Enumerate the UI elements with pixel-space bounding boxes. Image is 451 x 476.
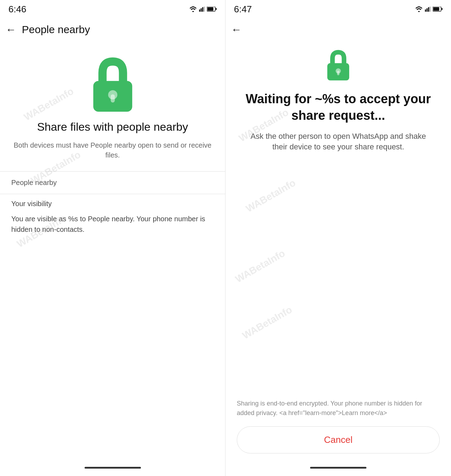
status-icons-left [189, 6, 217, 12]
svg-rect-18 [441, 8, 443, 10]
svg-rect-4 [204, 7, 205, 12]
waiting-subtitle: Ask the other person to open WhatsApp an… [234, 131, 443, 153]
svg-rect-7 [216, 8, 217, 10]
battery-icon-left [207, 7, 217, 12]
status-icons-right [415, 6, 443, 12]
svg-rect-12 [425, 10, 426, 12]
main-subtitle-left: Both devices must have People nearby ope… [11, 140, 214, 160]
right-phone-screen: 6:47 ← [226, 0, 451, 476]
svg-point-0 [192, 11, 194, 12]
main-title-left: Share files with people nearby [11, 120, 214, 135]
bottom-section-right: Sharing is end-to-end encrypted. Your ph… [226, 393, 451, 462]
lock-icon-container-left [0, 42, 225, 120]
app-bar-right: ← [226, 17, 451, 42]
waiting-title: Waiting for ~%s to accept your share req… [234, 91, 443, 124]
svg-rect-6 [208, 7, 214, 11]
right-content-area: Waiting for ~%s to accept your share req… [226, 91, 451, 393]
wifi-icon-left [189, 6, 197, 12]
cancel-button[interactable]: Cancel [237, 426, 440, 453]
people-nearby-label: People nearby [11, 172, 214, 194]
left-content-area: Share files with people nearby Both devi… [0, 120, 225, 462]
svg-rect-2 [200, 8, 202, 12]
home-bar-right [226, 462, 451, 476]
svg-rect-14 [428, 7, 429, 12]
signal-icon-right [425, 6, 431, 12]
home-bar-line-right [310, 467, 366, 469]
svg-rect-3 [202, 7, 203, 12]
svg-rect-10 [111, 94, 115, 103]
status-bar-left: 6:46 [0, 0, 225, 17]
home-bar-left [0, 462, 225, 476]
left-phone-screen: 6:46 ← People nearb [0, 0, 226, 476]
status-bar-right: 6:47 [226, 0, 451, 17]
back-button-right[interactable]: ← [228, 21, 245, 38]
status-time-left: 6:46 [8, 4, 26, 15]
app-bar-left: ← People nearby [0, 17, 225, 42]
visibility-text: You are visible as %s to People nearby. … [11, 211, 214, 235]
visibility-label: Your visibility [11, 194, 214, 211]
svg-rect-17 [433, 7, 439, 11]
svg-rect-1 [199, 10, 200, 12]
wifi-icon-right [415, 6, 423, 12]
svg-rect-15 [430, 7, 431, 12]
battery-icon-right [433, 7, 443, 12]
svg-point-11 [418, 11, 420, 12]
lock-icon-left [85, 56, 141, 113]
svg-rect-21 [337, 71, 340, 75]
status-time-right: 6:47 [234, 4, 252, 15]
app-bar-title-left: People nearby [22, 24, 90, 36]
home-bar-line-left [85, 467, 141, 469]
svg-rect-13 [426, 8, 427, 12]
lock-icon-right [322, 49, 354, 81]
back-button-left[interactable]: ← [3, 21, 19, 38]
signal-icon-left [199, 6, 205, 12]
privacy-text: Sharing is end-to-end encrypted. Your ph… [237, 399, 440, 418]
lock-icon-container-right [226, 42, 451, 91]
